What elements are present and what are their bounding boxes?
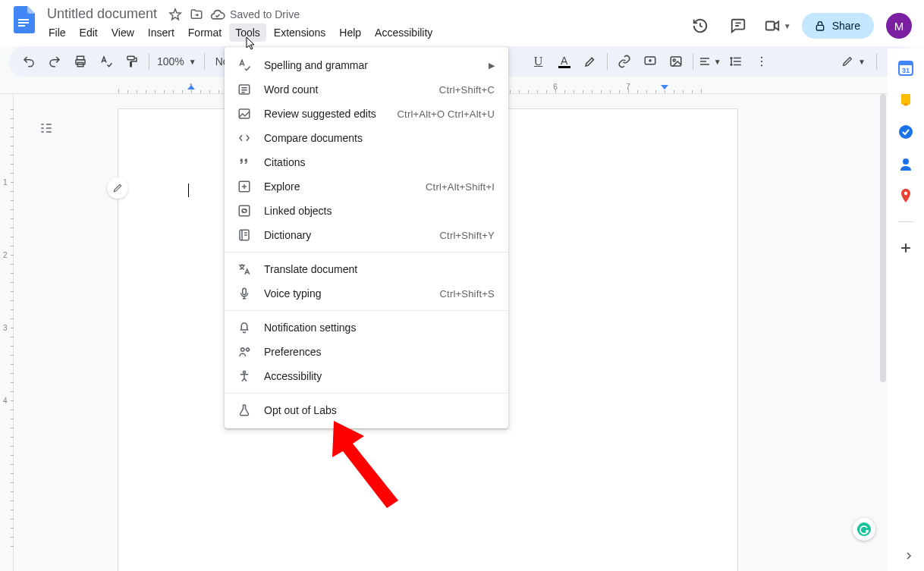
menu-extensions[interactable]: Extensions (268, 24, 332, 42)
keep-app-icon[interactable] (898, 93, 913, 108)
tools-menu-item-translate-document[interactable]: Translate document (225, 257, 508, 281)
menu-item-label: Linked objects (264, 205, 495, 217)
svg-point-28 (241, 348, 245, 352)
menu-item-shortcut: Ctrl+Shift+Y (440, 230, 495, 241)
menu-format[interactable]: Format (182, 24, 228, 42)
labs-icon (237, 403, 252, 417)
tools-menu-item-compare-documents[interactable]: Compare documents (225, 126, 508, 150)
svg-point-20 (903, 158, 909, 165)
docs-logo[interactable] (9, 5, 39, 35)
vruler-number: 3 (3, 324, 8, 332)
bell-icon (237, 321, 252, 334)
suggest-edits-pill[interactable] (107, 177, 128, 199)
side-panel-expand-button[interactable] (903, 550, 915, 562)
tools-menu-item-explore[interactable]: ExploreCtrl+Alt+Shift+I (225, 174, 508, 199)
svg-rect-25 (239, 205, 250, 216)
prefs-icon (237, 345, 252, 359)
insert-image-button[interactable] (664, 49, 688, 74)
comments-icon[interactable] (723, 11, 753, 41)
maps-app-icon[interactable] (898, 188, 913, 203)
tools-menu-item-voice-typing[interactable]: Voice typingCtrl+Shift+S (225, 281, 508, 306)
tools-menu-item-citations[interactable]: Citations (225, 150, 508, 174)
avatar-initial: M (894, 20, 904, 33)
save-status[interactable]: Saved to Drive (210, 7, 300, 22)
tools-menu-item-word-count[interactable]: Word countCtrl+Shift+C (225, 77, 508, 102)
header-actions: ▼ Share M (685, 5, 915, 41)
highlight-color-button[interactable] (578, 49, 602, 74)
menu-item-label: Citations (264, 156, 495, 168)
side-panel-divider (898, 221, 913, 222)
scrollbar-thumb[interactable] (880, 94, 886, 382)
meet-icon[interactable]: ▼ (761, 11, 794, 41)
account-avatar[interactable]: M (886, 13, 912, 39)
text-color-button[interactable]: A (552, 49, 577, 74)
line-spacing-button[interactable] (724, 49, 748, 74)
toolbar-separator (149, 53, 149, 70)
menu-item-shortcut: Ctrl+Shift+C (439, 84, 495, 96)
left-indent-marker[interactable] (187, 85, 195, 89)
get-addons-button[interactable] (898, 240, 913, 256)
tools-menu-item-notification-settings[interactable]: Notification settings (225, 315, 508, 340)
menu-item-label: Spelling and grammar (264, 59, 476, 71)
redo-button[interactable] (42, 49, 67, 74)
tools-menu-item-spelling-and-grammar[interactable]: Spelling and grammar▶ (225, 53, 508, 77)
chevron-down-icon: ▼ (784, 22, 791, 30)
vertical-ruler[interactable]: 1234 (0, 94, 14, 571)
linked-icon (237, 204, 252, 218)
toolbar-separator (693, 53, 693, 70)
menu-item-label: Dictionary (264, 229, 428, 241)
zoom-dropdown[interactable]: 100% ▼ (154, 55, 200, 67)
tasks-app-icon[interactable] (898, 124, 913, 140)
menu-edit[interactable]: Edit (74, 24, 104, 42)
menu-accessibility[interactable]: Accessibility (369, 24, 438, 42)
menu-file[interactable]: File (42, 24, 72, 42)
document-title[interactable]: Untitled document (42, 6, 162, 22)
insert-link-button[interactable] (612, 49, 636, 74)
tools-menu-item-dictionary[interactable]: DictionaryCtrl+Shift+Y (225, 223, 508, 247)
tools-menu-item-review-suggested-edits[interactable]: Review suggested editsCtrl+Alt+O Ctrl+Al… (225, 102, 508, 126)
more-toolbar-button[interactable] (750, 49, 774, 74)
editing-mode-button[interactable]: ▼ (837, 49, 870, 74)
svg-text:31: 31 (902, 67, 910, 74)
svg-point-12 (761, 57, 762, 58)
calendar-app-icon[interactable]: 31 (898, 61, 913, 76)
insert-comment-button[interactable] (638, 49, 662, 74)
outline-toggle-button[interactable] (35, 117, 58, 140)
voice-icon (237, 287, 252, 300)
menu-help[interactable]: Help (333, 24, 367, 42)
menu-item-shortcut: Ctrl+Alt+O Ctrl+Alt+U (398, 108, 495, 120)
menu-item-label: Opt out of Labs (264, 404, 495, 416)
print-button[interactable] (68, 49, 93, 74)
spellcheck-button[interactable] (94, 49, 118, 74)
paint-format-button[interactable] (120, 49, 144, 74)
svg-rect-18 (904, 103, 907, 105)
cloud-icon (210, 7, 225, 22)
contacts-app-icon[interactable] (898, 156, 913, 171)
share-label: Share (832, 20, 860, 32)
zoom-value: 100% (157, 55, 184, 67)
history-icon[interactable] (685, 11, 715, 41)
undo-button[interactable] (17, 49, 41, 74)
vruler-number: 4 (3, 397, 8, 405)
star-icon[interactable] (168, 7, 183, 22)
svg-point-19 (899, 125, 913, 139)
right-margin-marker[interactable] (661, 85, 668, 89)
menu-separator (225, 310, 508, 311)
tools-menu-item-opt-out-of-labs[interactable]: Opt out of Labs (225, 398, 508, 422)
extension-badge[interactable] (853, 518, 875, 541)
share-button[interactable]: Share (802, 13, 874, 39)
menu-view[interactable]: View (105, 24, 140, 42)
vertical-scrollbar[interactable] (878, 94, 888, 382)
align-button[interactable]: ▼ (698, 49, 722, 74)
tools-menu-item-preferences[interactable]: Preferences (225, 340, 508, 364)
move-folder-icon[interactable] (189, 7, 204, 22)
text-cursor (188, 184, 189, 197)
menu-insert[interactable]: Insert (142, 24, 181, 42)
underline-button[interactable]: U (526, 49, 551, 74)
svg-rect-10 (671, 57, 681, 66)
tools-menu-item-linked-objects[interactable]: Linked objects (225, 199, 508, 223)
menu-tools[interactable]: Tools (229, 24, 266, 42)
chevron-down-icon: ▼ (714, 58, 721, 66)
tools-menu-item-accessibility[interactable]: Accessibility (225, 364, 508, 388)
svg-rect-3 (765, 22, 774, 30)
